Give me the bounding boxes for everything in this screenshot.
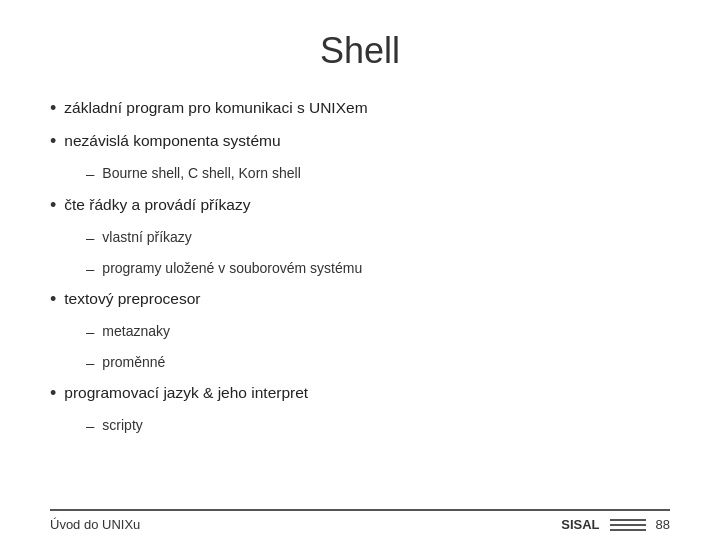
bullet-dot-4: • xyxy=(50,381,56,406)
sub-dash-3-0: – xyxy=(86,321,94,344)
bullet-text-2: čte řádky a provádí příkazy xyxy=(64,193,250,216)
footer-course-label: Úvod do UNIXu xyxy=(50,517,140,532)
sub-text-1-0: Bourne shell, C shell, Korn shell xyxy=(102,163,300,184)
sub-dash-2-0: – xyxy=(86,227,94,250)
slide-title: Shell xyxy=(50,30,670,72)
sub-text-4-0: scripty xyxy=(102,415,142,436)
sub-text-2-0: vlastní příkazy xyxy=(102,227,191,248)
content-area: • základní program pro komunikaci s UNIX… xyxy=(50,96,670,509)
sub-text-3-1: proměnné xyxy=(102,352,165,373)
sub-text-2-1: programy uložené v souborovém systému xyxy=(102,258,362,279)
bullet-text-1: nezávislá komponenta systému xyxy=(64,129,280,152)
sub-item-1-0: – Bourne shell, C shell, Korn shell xyxy=(50,163,670,186)
bullet-item-2: • čte řádky a provádí příkazy xyxy=(50,193,670,218)
bullet-dot-1: • xyxy=(50,129,56,154)
footer-page-number: 88 xyxy=(656,517,670,532)
sub-dash-3-1: – xyxy=(86,352,94,375)
sub-item-3-1: – proměnné xyxy=(50,352,670,375)
footer-line-3 xyxy=(610,529,646,531)
bullet-dot-0: • xyxy=(50,96,56,121)
sub-item-3-0: – metaznaky xyxy=(50,321,670,344)
sub-text-3-0: metaznaky xyxy=(102,321,170,342)
bullet-item-1: • nezávislá komponenta systému xyxy=(50,129,670,154)
slide: Shell • základní program pro komunikaci … xyxy=(0,0,720,540)
sub-dash-2-1: – xyxy=(86,258,94,281)
bullet-item-4: • programovací jazyk & jeho interpret xyxy=(50,381,670,406)
bullet-item-0: • základní program pro komunikaci s UNIX… xyxy=(50,96,670,121)
sub-item-2-0: – vlastní příkazy xyxy=(50,227,670,250)
sub-dash-4-0: – xyxy=(86,415,94,438)
bullet-dot-3: • xyxy=(50,287,56,312)
bullet-text-0: základní program pro komunikaci s UNIXem xyxy=(64,96,367,119)
footer-decoration xyxy=(610,519,646,531)
sub-item-2-1: – programy uložené v souborovém systému xyxy=(50,258,670,281)
sub-item-4-0: – scripty xyxy=(50,415,670,438)
sub-dash-1-0: – xyxy=(86,163,94,186)
footer-right-area: SISAL 88 xyxy=(561,517,670,532)
bullet-dot-2: • xyxy=(50,193,56,218)
slide-footer: Úvod do UNIXu SISAL 88 xyxy=(50,509,670,540)
footer-line-1 xyxy=(610,519,646,521)
bullet-text-3: textový preprocesor xyxy=(64,287,200,310)
footer-brand: SISAL xyxy=(561,517,599,532)
bullet-item-3: • textový preprocesor xyxy=(50,287,670,312)
bullet-text-4: programovací jazyk & jeho interpret xyxy=(64,381,308,404)
footer-line-2 xyxy=(610,524,646,526)
